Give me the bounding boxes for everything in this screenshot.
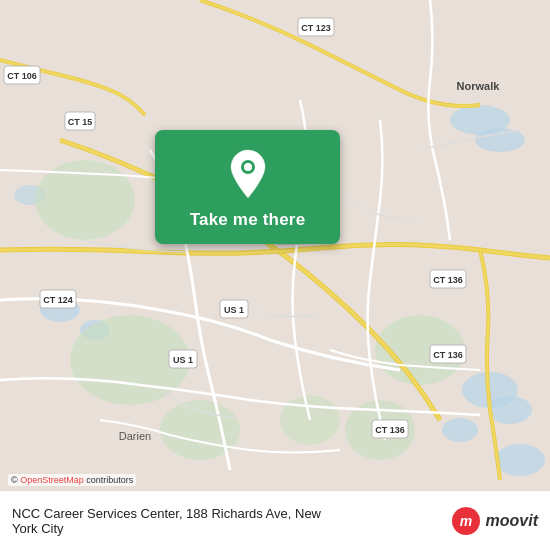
svg-point-39 xyxy=(244,163,252,171)
svg-text:m: m xyxy=(459,513,471,529)
svg-point-7 xyxy=(442,418,478,442)
location-pin-icon xyxy=(227,148,269,200)
moovit-logo-icon: m xyxy=(450,505,482,537)
svg-text:CT 136: CT 136 xyxy=(433,350,463,360)
svg-point-9 xyxy=(495,444,545,476)
svg-point-6 xyxy=(488,396,532,424)
svg-text:Darien: Darien xyxy=(119,430,151,442)
moovit-brand-text: moovit xyxy=(486,512,538,530)
address-line1: NCC Career Services Center, 188 Richards… xyxy=(12,506,321,521)
moovit-logo: m moovit xyxy=(450,505,538,537)
svg-text:CT 123: CT 123 xyxy=(301,23,331,33)
osm-text: © OpenStreetMap contributors xyxy=(11,475,133,485)
address-section: NCC Career Services Center, 188 Richards… xyxy=(12,506,321,536)
take-me-there-button[interactable]: Take me there xyxy=(155,130,340,244)
bottom-bar: NCC Career Services Center, 188 Richards… xyxy=(0,490,550,550)
svg-text:CT 136: CT 136 xyxy=(375,425,405,435)
svg-rect-0 xyxy=(0,0,550,490)
svg-text:US 1: US 1 xyxy=(224,305,244,315)
osm-attribution: © OpenStreetMap contributors xyxy=(8,474,136,486)
svg-text:Norwalk: Norwalk xyxy=(457,80,501,92)
svg-text:US 1: US 1 xyxy=(173,355,193,365)
svg-text:CT 136: CT 136 xyxy=(433,275,463,285)
svg-point-2 xyxy=(475,128,525,152)
map-container: CT 123 CT 106 CT 15 CT 124 US 1 US 1 US … xyxy=(0,0,550,490)
address-line2: York City xyxy=(12,521,321,536)
svg-text:CT 124: CT 124 xyxy=(43,295,73,305)
take-me-there-label: Take me there xyxy=(190,210,306,230)
svg-text:CT 15: CT 15 xyxy=(68,117,93,127)
svg-text:CT 106: CT 106 xyxy=(7,71,37,81)
svg-point-14 xyxy=(160,400,240,460)
